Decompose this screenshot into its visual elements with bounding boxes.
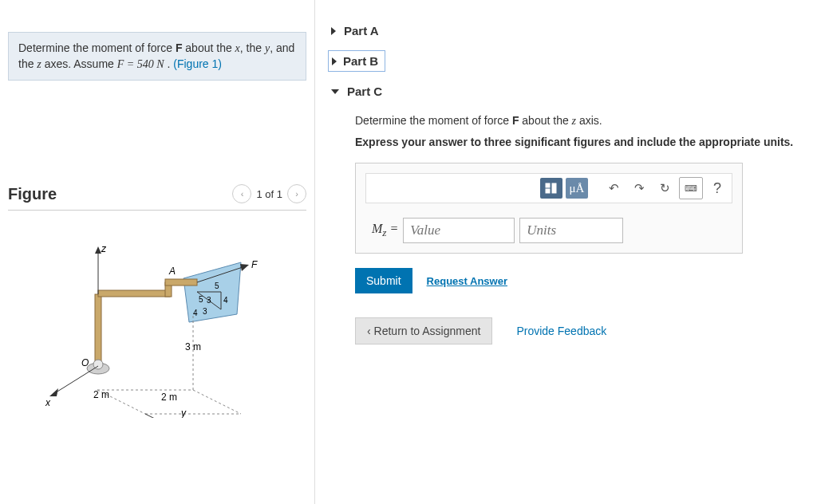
svg-rect-6 (95, 294, 101, 364)
figure-diagram: z A F O x y 3 m 2 m 2 m 5 4 3 3 4 5 (8, 222, 306, 430)
problem-statement: Determine the moment of force F about th… (8, 32, 306, 81)
part-c-header[interactable]: Part C (331, 77, 801, 106)
svg-text:A: A (168, 266, 176, 277)
svg-rect-37 (546, 189, 550, 193)
format-icon[interactable] (540, 178, 562, 199)
value-input[interactable] (403, 218, 515, 243)
answer-box: μÅ ↶ ↷ ↻ ⌨ ? Mz = (355, 163, 743, 254)
help-icon[interactable]: ? (706, 178, 728, 199)
chevron-right-icon (331, 27, 336, 35)
svg-text:3 m: 3 m (185, 341, 201, 352)
return-button[interactable]: ‹ Return to Assignment (355, 317, 492, 345)
submit-button[interactable]: Submit (355, 268, 412, 293)
part-c-instruction: Express your answer to three significant… (355, 136, 801, 148)
chevron-right-icon (332, 57, 337, 65)
svg-marker-18 (240, 264, 249, 271)
svg-text:5: 5 (199, 295, 203, 304)
svg-marker-13 (95, 246, 101, 254)
svg-line-5 (193, 390, 241, 414)
svg-text:2 m: 2 m (161, 392, 177, 403)
request-answer-link[interactable]: Request Answer (427, 275, 507, 287)
svg-rect-36 (552, 183, 556, 193)
redo-icon[interactable]: ↷ (628, 178, 650, 199)
reset-icon[interactable]: ↻ (653, 178, 676, 199)
svg-text:y: y (180, 408, 187, 418)
svg-text:4: 4 (193, 309, 198, 317)
figure-next-button[interactable]: › (287, 184, 306, 203)
svg-text:x: x (45, 397, 51, 408)
toolbar: μÅ ↶ ↷ ↻ ⌨ ? (365, 173, 732, 203)
units-input[interactable] (519, 218, 623, 243)
svg-text:z: z (101, 243, 107, 254)
undo-icon[interactable]: ↶ (602, 178, 625, 199)
svg-line-16 (145, 414, 177, 418)
answer-label: Mz = (372, 222, 398, 239)
svg-text:5: 5 (215, 282, 219, 290)
figure-title: Figure (8, 185, 57, 203)
svg-text:F: F (251, 259, 258, 270)
svg-text:3: 3 (207, 296, 211, 305)
svg-rect-9 (165, 279, 197, 285)
figure-prev-button[interactable]: ‹ (232, 184, 251, 203)
svg-line-14 (53, 366, 98, 394)
svg-text:2 m: 2 m (93, 389, 109, 400)
part-b-header[interactable]: Part B (328, 50, 385, 72)
chevron-left-icon: ‹ (367, 325, 374, 337)
svg-text:4: 4 (223, 296, 228, 305)
svg-marker-15 (49, 388, 58, 396)
svg-text:3: 3 (203, 307, 207, 316)
svg-text:O: O (81, 357, 89, 368)
units-icon[interactable]: μÅ (566, 178, 588, 199)
keyboard-icon[interactable]: ⌨ (679, 177, 703, 199)
part-c-question: Determine the moment of force F about th… (355, 114, 801, 128)
part-a-header[interactable]: Part A (331, 16, 801, 45)
chevron-down-icon (331, 89, 339, 94)
svg-rect-35 (546, 183, 550, 187)
figure-link[interactable]: (Figure 1) (173, 57, 222, 70)
svg-rect-7 (98, 290, 170, 297)
feedback-link[interactable]: Provide Feedback (516, 325, 606, 337)
figure-pager-text: 1 of 1 (256, 188, 282, 200)
